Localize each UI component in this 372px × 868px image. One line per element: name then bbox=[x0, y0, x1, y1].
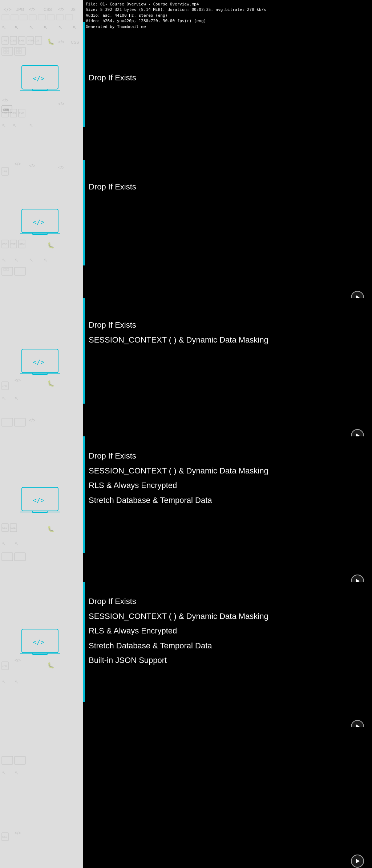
section-5-item-4: Stretch Database & Temporal Data bbox=[89, 641, 350, 651]
svg-text:</>: </> bbox=[15, 378, 21, 383]
section-2: 00:00:32 Drop If Exists bbox=[83, 160, 372, 298]
svg-text:HTML: HTML bbox=[28, 39, 35, 42]
cyan-bar-2 bbox=[83, 160, 85, 265]
svg-text:</>: </> bbox=[58, 165, 64, 170]
svg-text:</>: </> bbox=[33, 358, 45, 366]
svg-text:↖: ↖ bbox=[13, 123, 17, 128]
section-5-item-5: Built-in JSON Support bbox=[89, 655, 350, 666]
section-3: 00:01:02 Drop If Exists SESSION_CONTEXT … bbox=[83, 298, 372, 436]
svg-text:↖: ↖ bbox=[15, 770, 19, 776]
svg-text:↖: ↖ bbox=[2, 257, 6, 263]
section-2-content: Drop If Exists bbox=[83, 160, 372, 204]
svg-text:CSS: CSS bbox=[11, 39, 16, 42]
svg-text:CSS: CSS bbox=[2, 836, 8, 838]
svg-text:</>: </> bbox=[29, 163, 35, 168]
svg-text:</>: </> bbox=[29, 7, 35, 12]
svg-rect-0 bbox=[0, 0, 83, 868]
section-5-item-1: Drop If Exists bbox=[89, 596, 350, 607]
cyan-bar-4 bbox=[83, 436, 85, 553]
svg-text:↖: ↖ bbox=[29, 257, 33, 263]
file-info-line2: Size: 5 392 321 bytes (5.14 MiB), durati… bbox=[86, 7, 266, 12]
section-3-item-1: Drop If Exists bbox=[89, 320, 350, 331]
section-4-item-2: SESSION_CONTEXT ( ) & Dynamic Data Maski… bbox=[89, 466, 350, 476]
svg-text:↖: ↖ bbox=[2, 24, 6, 30]
svg-text:↖: ↖ bbox=[44, 257, 48, 263]
svg-text:</>: </> bbox=[33, 218, 45, 226]
svg-text:JS: JS bbox=[36, 39, 39, 42]
svg-text:↖: ↖ bbox=[2, 541, 6, 547]
svg-text:↖: ↖ bbox=[29, 123, 33, 128]
svg-text:JPG: JPG bbox=[16, 7, 24, 12]
svg-text:JPG: JPG bbox=[2, 385, 7, 387]
svg-text:</>: </> bbox=[33, 638, 45, 646]
svg-text:</>: </> bbox=[33, 496, 45, 504]
svg-text:↖: ↖ bbox=[2, 395, 6, 401]
svg-text:CSS: CSS bbox=[71, 40, 79, 44]
cyan-bar-3 bbox=[83, 298, 85, 404]
svg-text:</>: </> bbox=[33, 75, 45, 82]
file-info-line4: Video: h264, yuv420p, 1280x720, 30.00 fp… bbox=[86, 18, 266, 24]
section-2-item-1: Drop If Exists bbox=[89, 182, 350, 192]
section-3-item-2: SESSION_CONTEXT ( ) & Dynamic Data Maski… bbox=[89, 335, 350, 345]
section-5: 00:02:04 Drop If Exists SESSION_CONTEXT … bbox=[83, 582, 372, 727]
section-3-content: Drop If Exists SESSION_CONTEXT ( ) & Dyn… bbox=[83, 298, 372, 357]
svg-text:CSS: CSS bbox=[3, 108, 9, 111]
svg-text:CSS: CSS bbox=[44, 7, 52, 12]
svg-text:🐛: 🐛 bbox=[47, 525, 54, 532]
svg-text:🐛: 🐛 bbox=[47, 662, 54, 669]
svg-text:↖: ↖ bbox=[2, 679, 6, 685]
cyan-bar-5 bbox=[83, 582, 85, 702]
svg-text:JPG: JPG bbox=[2, 665, 7, 667]
section-1-content: Drop If Exists bbox=[83, 22, 372, 95]
section-5-item-3: RLS & Always Encrypted bbox=[89, 626, 350, 636]
svg-text:</>: </> bbox=[15, 831, 21, 836]
svg-text:JS: JS bbox=[71, 7, 76, 12]
cyan-bar-1 bbox=[83, 22, 85, 127]
svg-text:↖: ↖ bbox=[29, 24, 33, 30]
svg-marker-132 bbox=[356, 859, 360, 863]
svg-text:EXE: EXE bbox=[19, 112, 24, 115]
svg-text:↖: ↖ bbox=[15, 24, 19, 30]
svg-text:↖: ↖ bbox=[44, 24, 48, 30]
file-info-line3: Audio: aac, 44100 Hz, stereo (eng) bbox=[86, 13, 266, 18]
svg-text:CSS: CSS bbox=[2, 527, 8, 529]
file-info-line1: File: 01- Course Overview - Course Overv… bbox=[86, 1, 266, 7]
svg-text:↖: ↖ bbox=[2, 123, 6, 128]
section-1-item-1: Drop If Exists bbox=[89, 73, 361, 83]
section-5-content: Drop If Exists SESSION_CONTEXT ( ) & Dyn… bbox=[83, 582, 372, 677]
file-info-line5: Generated by Thumbnail me bbox=[86, 24, 266, 29]
svg-text:</>: </> bbox=[58, 7, 64, 12]
play-button-6[interactable]: 00:02:04 bbox=[351, 855, 368, 868]
svg-text:↖: ↖ bbox=[15, 257, 19, 263]
section-4-content: Drop If Exists SESSION_CONTEXT ( ) & Dyn… bbox=[83, 436, 372, 517]
svg-text:</>: </> bbox=[15, 161, 21, 167]
svg-text:🐛: 🐛 bbox=[47, 242, 54, 249]
svg-text:EXE: EXE bbox=[19, 39, 24, 42]
svg-text:🐛: 🐛 bbox=[47, 38, 54, 45]
svg-text:↖: ↖ bbox=[58, 24, 62, 30]
svg-text:</>: </> bbox=[4, 7, 12, 12]
svg-text:JPG: JPG bbox=[2, 170, 7, 173]
svg-text:CSS: CSS bbox=[2, 243, 8, 245]
section-4: 00:01:34 Drop If Exists SESSION_CONTEXT … bbox=[83, 436, 372, 582]
left-pattern-panel: </> JPG </> CSS </> JS ↖ ↖ ↖ ↖ ↖ ↖ </> bbox=[0, 0, 83, 868]
svg-text:EXE: EXE bbox=[11, 527, 16, 529]
svg-text:↖: ↖ bbox=[15, 395, 19, 401]
svg-text:</>: </> bbox=[2, 98, 8, 103]
svg-text:</>: </> bbox=[58, 40, 64, 45]
svg-text:↖: ↖ bbox=[15, 541, 19, 547]
file-info: File: 01- Course Overview - Course Overv… bbox=[83, 0, 269, 31]
svg-text:🐛: 🐛 bbox=[47, 380, 54, 387]
svg-text:</>: </> bbox=[29, 418, 35, 423]
svg-text:CSS: CSS bbox=[11, 112, 16, 115]
section-4-item-1: Drop If Exists bbox=[89, 451, 350, 461]
svg-text:↖: ↖ bbox=[73, 24, 77, 30]
svg-text:</>: </> bbox=[58, 101, 64, 107]
section-4-item-3: RLS & Always Encrypted bbox=[89, 480, 350, 491]
svg-text:HTML: HTML bbox=[19, 243, 26, 245]
svg-text:JPG: JPG bbox=[2, 112, 7, 115]
section-1: Drop If Exists bbox=[83, 22, 372, 167]
bottom-area: 00:02:04 bbox=[83, 727, 372, 868]
svg-text:</>: </> bbox=[15, 658, 21, 663]
svg-text:JPG: JPG bbox=[2, 39, 7, 42]
